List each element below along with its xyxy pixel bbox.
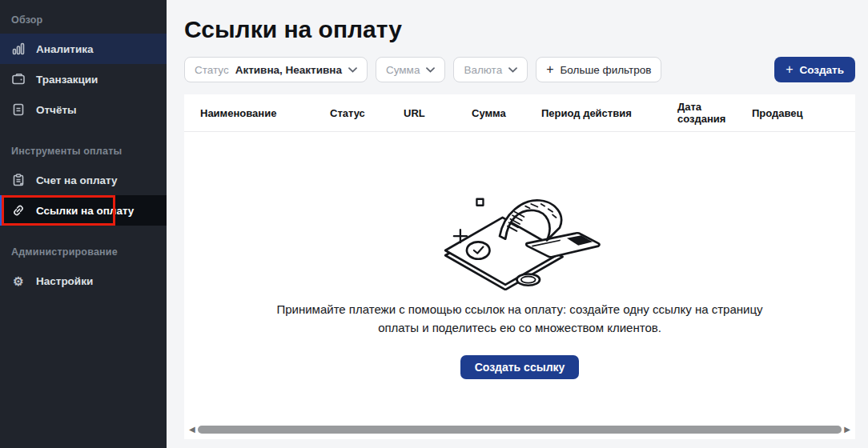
column-header-url: URL <box>404 107 472 119</box>
column-header-seller: Продавец <box>752 107 839 119</box>
more-filters-label: Больше фильтров <box>561 64 652 76</box>
sidebar-item-invoice[interactable]: Счет на оплату <box>0 165 167 195</box>
plus-icon: + <box>786 63 793 76</box>
gear-icon: ⚙ <box>11 274 26 288</box>
column-header-name: Наименование <box>200 107 330 119</box>
column-header-created: Дата создания <box>677 101 752 125</box>
create-button[interactable]: + Создать <box>774 57 855 82</box>
scroll-right-arrow[interactable]: ▶ <box>844 426 850 434</box>
create-button-label: Создать <box>799 64 844 76</box>
invoice-icon <box>11 173 26 187</box>
column-header-period: Период действия <box>541 107 677 119</box>
chevron-down-icon <box>348 67 357 73</box>
sidebar-item-label: Транзакции <box>36 74 98 86</box>
create-link-button-label: Создать ссылку <box>475 361 565 374</box>
filter-label: Валюта <box>464 64 502 76</box>
sidebar: Обзор Аналитика Транзакции <box>0 0 167 448</box>
sidebar-item-transactions[interactable]: Транзакции <box>0 64 167 94</box>
sidebar-item-label: Счет на оплату <box>36 174 117 186</box>
filter-toolbar: Статус Активна, Неактивна Сумма Валюта +… <box>184 57 855 82</box>
sidebar-item-label: Ссылки на оплату <box>36 205 134 217</box>
sidebar-item-reports[interactable]: Отчёты <box>0 94 167 125</box>
bar-chart-icon <box>11 42 26 56</box>
filter-value: Активна, Неактивна <box>235 64 342 76</box>
link-icon <box>11 203 26 218</box>
sidebar-section-header: Обзор <box>0 5 167 34</box>
filter-amount-dropdown[interactable]: Сумма <box>376 57 445 82</box>
payment-terminal-illustration <box>432 170 607 290</box>
plus-icon: + <box>546 63 553 76</box>
scrollbar-thumb[interactable] <box>198 426 842 434</box>
sidebar-item-label: Аналитика <box>36 43 93 55</box>
active-indicator <box>0 195 2 226</box>
sidebar-item-label: Отчёты <box>36 104 77 116</box>
filter-label: Сумма <box>386 64 420 76</box>
empty-state-description: Принимайте платежи с помощью ссылок на о… <box>263 300 776 338</box>
filter-currency-dropdown[interactable]: Валюта <box>453 57 528 82</box>
sidebar-item-payment-links[interactable]: Ссылки на оплату <box>0 195 167 226</box>
chevron-down-icon <box>508 67 517 73</box>
sidebar-section-overview: Обзор Аналитика Транзакции <box>0 5 167 125</box>
sidebar-section-header: Администрирование <box>0 237 167 266</box>
payment-links-table: Наименование Статус URL Сумма Период дей… <box>184 94 855 439</box>
table-header-row: Наименование Статус URL Сумма Период дей… <box>184 94 855 132</box>
scroll-left-arrow[interactable]: ◀ <box>189 426 195 434</box>
horizontal-scrollbar: ◀ ▶ <box>189 425 850 434</box>
sidebar-item-analytics[interactable]: Аналитика <box>0 34 167 64</box>
sidebar-section-header: Инструменты оплаты <box>0 136 167 165</box>
main-content: Ссылки на оплату Статус Активна, Неактив… <box>167 0 868 448</box>
filter-label: Статус <box>195 64 229 76</box>
more-filters-button[interactable]: + Больше фильтров <box>536 57 661 82</box>
sidebar-section-administration: Администрирование ⚙ Настройки <box>0 237 167 296</box>
page-title: Ссылки на оплату <box>184 16 855 43</box>
filter-status-dropdown[interactable]: Статус Активна, Неактивна <box>184 57 368 82</box>
empty-state: Принимайте платежи с помощью ссылок на о… <box>184 132 855 439</box>
sidebar-section-payment-tools: Инструменты оплаты Счет на оплату <box>0 136 167 226</box>
sidebar-item-label: Настройки <box>36 275 93 287</box>
create-link-button[interactable]: Создать ссылку <box>460 355 580 379</box>
chevron-down-icon <box>426 67 435 73</box>
wallet-icon <box>11 72 26 86</box>
report-icon <box>11 102 26 117</box>
column-header-status: Статус <box>330 107 404 119</box>
column-header-amount: Сумма <box>472 107 541 119</box>
sidebar-item-settings[interactable]: ⚙ Настройки <box>0 266 167 296</box>
